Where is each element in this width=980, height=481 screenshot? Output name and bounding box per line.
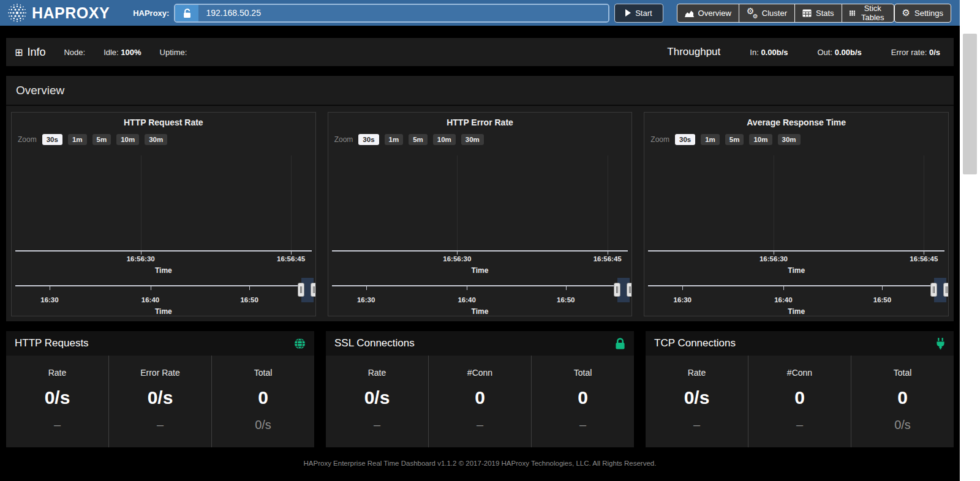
stat-rate: Rate 0/s – bbox=[646, 356, 748, 447]
navigator-axis-title: Time bbox=[12, 307, 315, 316]
zoom-10m-button[interactable]: 10m bbox=[116, 134, 139, 145]
zoom-1m-button[interactable]: 1m bbox=[385, 134, 404, 145]
start-button[interactable]: Start bbox=[614, 4, 663, 23]
zoom-controls: Zoom 30s 1m 5m 10m 30m bbox=[334, 134, 484, 145]
zoom-controls: Zoom 30s 1m 5m 10m 30m bbox=[18, 134, 167, 145]
overview-section-title: Overview bbox=[6, 76, 954, 106]
card-ssl-connections: SSL Connections Rate 0/s – #Conn 0 – bbox=[326, 331, 634, 447]
unlock-button[interactable] bbox=[175, 5, 198, 21]
lock-icon bbox=[615, 338, 625, 349]
area-chart-icon bbox=[685, 9, 694, 17]
address-input-group bbox=[174, 4, 609, 23]
unlock-icon bbox=[183, 8, 192, 18]
zoom-10m-button[interactable]: 10m bbox=[749, 134, 772, 145]
overview-button[interactable]: Overview bbox=[677, 4, 739, 23]
card-tcp-connections: TCP Connections Rate 0/s – bbox=[646, 331, 954, 447]
x-tick-label: 16:56:30 bbox=[760, 255, 788, 263]
cluster-button[interactable]: ⚙⚙ Cluster bbox=[739, 4, 795, 23]
navigator-tick-label: 16:30 bbox=[40, 296, 58, 304]
scrollbar[interactable] bbox=[960, 0, 980, 481]
gear-icon: ⚙ bbox=[902, 9, 910, 18]
navigator-handle-left[interactable] bbox=[298, 283, 304, 297]
x-axis-tick bbox=[457, 252, 458, 255]
x-tick-label: 16:56:30 bbox=[127, 255, 155, 263]
brand-name: HAPROXY bbox=[32, 4, 110, 22]
x-tick-label: 16:56:45 bbox=[277, 255, 305, 263]
navigator-tick bbox=[151, 286, 151, 290]
haproxy-logo-icon bbox=[7, 3, 27, 23]
haproxy-address-input[interactable] bbox=[198, 5, 608, 21]
chart-http-request-rate: HTTP Request Rate Zoom 30s 1m 5m 10m 30m… bbox=[11, 112, 316, 316]
uptime-label: Uptime: bbox=[160, 48, 187, 57]
zoom-30m-button[interactable]: 30m bbox=[778, 134, 801, 145]
x-axis-line bbox=[15, 250, 312, 252]
stat-conn: #Conn 0 – bbox=[748, 356, 851, 447]
zoom-30s-button[interactable]: 30s bbox=[358, 134, 379, 145]
zoom-5m-button[interactable]: 5m bbox=[92, 134, 111, 145]
stick-tables-button[interactable]: Stick Tables bbox=[842, 4, 894, 23]
navigator-tick-label: 16:50 bbox=[557, 296, 575, 304]
plot-gridline bbox=[774, 155, 774, 250]
navigator-handle-right[interactable] bbox=[627, 283, 632, 297]
stats-button[interactable]: Stats bbox=[794, 4, 842, 23]
x-tick-label: 16:56:45 bbox=[594, 255, 622, 263]
navigator-tick bbox=[783, 286, 784, 290]
zoom-label: Zoom bbox=[650, 135, 669, 144]
x-tick-label: 16:56:45 bbox=[910, 255, 938, 263]
zoom-1m-button[interactable]: 1m bbox=[701, 134, 720, 145]
navigator-handle-left[interactable] bbox=[614, 283, 620, 297]
zoom-controls: Zoom 30s 1m 5m 10m 30m bbox=[650, 134, 800, 145]
x-tick-label: 16:56:30 bbox=[443, 255, 471, 263]
navigator-selected-range[interactable] bbox=[301, 278, 314, 302]
zoom-5m-button[interactable]: 5m bbox=[725, 134, 744, 145]
navigator-handle-right[interactable] bbox=[311, 283, 316, 297]
navigator-tick-label: 16:30 bbox=[674, 296, 692, 304]
navigator-axis-title: Time bbox=[328, 307, 632, 316]
card-title: SSL Connections bbox=[334, 337, 415, 349]
plot-gridline bbox=[608, 155, 608, 250]
stat-total: Total 0 – bbox=[531, 356, 634, 447]
stat-error-rate: Error Rate 0/s – bbox=[108, 356, 211, 447]
zoom-30m-button[interactable]: 30m bbox=[145, 134, 167, 145]
navigator-tick bbox=[566, 286, 567, 290]
navigator-handle-right[interactable] bbox=[943, 283, 949, 297]
navigator-tick bbox=[249, 286, 250, 290]
navigator-tick-label: 16:40 bbox=[774, 296, 792, 304]
cogs-icon: ⚙⚙ bbox=[747, 8, 758, 18]
view-button-group: Overview ⚙⚙ Cluster Stats bbox=[677, 4, 894, 23]
stat-rate: Rate 0/s – bbox=[6, 356, 108, 447]
x-axis-line bbox=[648, 250, 944, 252]
navigator-selected-range[interactable] bbox=[934, 278, 946, 302]
navigator-tick-label: 16:30 bbox=[357, 296, 375, 304]
x-axis-tick bbox=[924, 252, 924, 255]
zoom-10m-button[interactable]: 10m bbox=[433, 134, 456, 145]
navigator-selected-range[interactable] bbox=[617, 278, 630, 302]
throughput-out: Out: 0.00b/s bbox=[817, 48, 861, 57]
zoom-30s-button[interactable]: 30s bbox=[675, 134, 695, 145]
card-title: TCP Connections bbox=[654, 337, 736, 349]
navigator-handle-left[interactable] bbox=[930, 283, 937, 297]
navigator-axis-line bbox=[648, 285, 944, 286]
settings-button[interactable]: ⚙ Settings bbox=[894, 4, 951, 23]
info-label: Info bbox=[27, 46, 45, 59]
x-axis-line bbox=[332, 250, 628, 252]
zoom-30m-button[interactable]: 30m bbox=[461, 134, 484, 145]
stat-cards-row: HTTP Requests Rate 0/s – Error Rate bbox=[6, 331, 954, 447]
zoom-5m-button[interactable]: 5m bbox=[409, 134, 428, 145]
zoom-1m-button[interactable]: 1m bbox=[68, 134, 87, 145]
address-label: HAProxy: bbox=[133, 9, 169, 18]
navigator-axis-title: Time bbox=[644, 307, 948, 316]
chart-title: Average Response Time bbox=[644, 117, 948, 127]
navigator-tick bbox=[366, 286, 367, 290]
navigator-tick bbox=[882, 286, 883, 290]
plot-gridline bbox=[141, 155, 141, 250]
stat-conn: #Conn 0 – bbox=[428, 356, 531, 447]
expand-info-icon[interactable]: ⊞ bbox=[15, 47, 23, 58]
scrollbar-thumb[interactable] bbox=[963, 34, 977, 174]
zoom-30s-button[interactable]: 30s bbox=[42, 134, 62, 145]
grid-icon bbox=[850, 9, 855, 17]
info-bar: ⊞ Info Node: Idle: 100% Uptime: Throughp… bbox=[6, 38, 954, 66]
x-axis-title: Time bbox=[12, 266, 315, 275]
chart-title: HTTP Error Rate bbox=[328, 117, 632, 127]
stat-total: Total 0 0/s bbox=[851, 356, 954, 447]
